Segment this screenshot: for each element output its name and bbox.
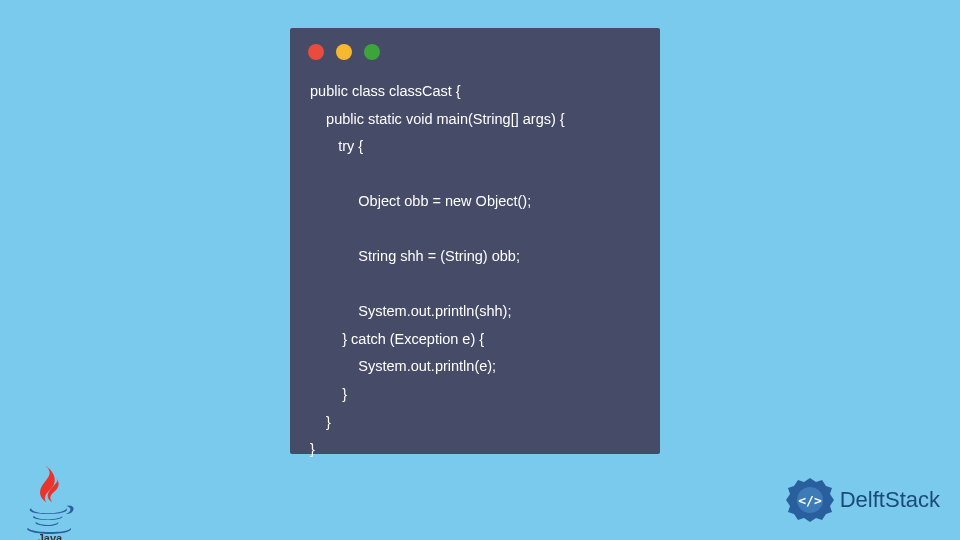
code-content: public class classCast { public static v…	[290, 68, 660, 484]
svg-text:</>: </>	[798, 493, 822, 508]
minimize-icon	[336, 44, 352, 60]
delftstack-badge-icon: </>	[786, 476, 834, 524]
svg-text:Java: Java	[38, 532, 63, 540]
code-window: public class classCast { public static v…	[290, 28, 660, 454]
delftstack-logo: </> DelftStack	[786, 476, 940, 524]
maximize-icon	[364, 44, 380, 60]
close-icon	[308, 44, 324, 60]
delftstack-text: DelftStack	[840, 487, 940, 513]
window-controls	[290, 28, 660, 68]
java-logo-icon: Java	[18, 464, 82, 536]
